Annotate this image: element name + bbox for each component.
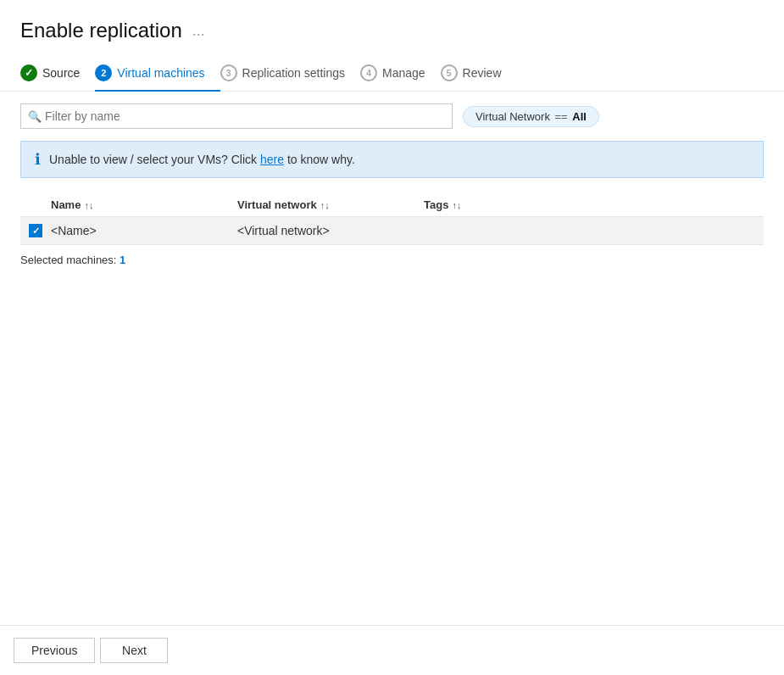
wizard-step-replication-settings[interactable]: 3 Replication settings — [220, 56, 360, 92]
step-5-label: Review — [463, 66, 502, 80]
page-header: Enable replication ... — [0, 0, 784, 56]
name-sort-icon: ↑↓ — [84, 200, 93, 210]
selected-machines-count: 1 — [120, 254, 125, 266]
header-name-col[interactable]: Name ↑↓ — [51, 198, 237, 211]
info-banner-text: Unable to view / select your VMs? Click … — [49, 153, 355, 166]
wizard-step-review[interactable]: 5 Review — [441, 56, 517, 92]
search-icon: 🔍 — [28, 110, 42, 123]
selected-machines-label: Selected machines: 1 — [0, 245, 784, 275]
row-vnet-cell: <Virtual network> — [237, 224, 424, 237]
row-name-cell: <Name> — [51, 224, 237, 237]
info-text-before: Unable to view / select your VMs? Click — [49, 153, 257, 166]
table-row[interactable]: <Name> <Virtual network> — [20, 217, 764, 245]
info-banner: ℹ Unable to view / select your VMs? Clic… — [20, 141, 764, 178]
vnet-badge-eq: == — [555, 110, 568, 123]
vnet-badge-value: All — [572, 110, 587, 123]
wizard-step-manage[interactable]: 4 Manage — [360, 56, 441, 92]
page-title-ellipsis: ... — [192, 22, 205, 40]
row-checkbox-cell[interactable] — [20, 224, 51, 237]
vnet-sort-icon: ↑↓ — [320, 200, 330, 210]
step-2-label: Virtual machines — [117, 66, 204, 80]
page-title: Enable replication — [20, 19, 182, 42]
wizard-step-source[interactable]: ✓ Source — [20, 56, 95, 92]
vm-table: Name ↑↓ Virtual network ↑↓ Tags ↑↓ <Name… — [0, 178, 784, 245]
step-1-label: Source — [42, 66, 80, 80]
filter-by-name-input[interactable] — [20, 103, 453, 129]
step-3-label: Replication settings — [242, 66, 345, 80]
step-1-circle: ✓ — [20, 64, 37, 81]
step-5-circle: 5 — [441, 64, 458, 81]
footer: Previous Next — [0, 625, 784, 675]
info-icon: ℹ — [35, 150, 41, 169]
wizard-step-virtual-machines[interactable]: 2 Virtual machines — [95, 56, 220, 92]
header-tags-col[interactable]: Tags ↑↓ — [424, 198, 576, 211]
step-3-circle: 3 — [220, 64, 237, 81]
filter-input-wrap: 🔍 — [20, 103, 453, 129]
step-4-circle: 4 — [360, 64, 377, 81]
info-link[interactable]: here — [260, 153, 284, 166]
wizard-nav: ✓ Source 2 Virtual machines 3 Replicatio… — [0, 56, 784, 92]
previous-button[interactable]: Previous — [14, 638, 95, 663]
info-text-after: to know why. — [287, 153, 355, 166]
virtual-network-filter-badge[interactable]: Virtual Network == All — [463, 106, 599, 127]
step-4-label: Manage — [382, 66, 425, 80]
tags-sort-icon: ↑↓ — [452, 200, 461, 210]
header-vnet-col[interactable]: Virtual network ↑↓ — [237, 198, 424, 211]
row-checkbox-checked[interactable] — [29, 224, 42, 237]
next-button[interactable]: Next — [100, 638, 168, 663]
toolbar: 🔍 Virtual Network == All — [0, 92, 784, 141]
table-header: Name ↑↓ Virtual network ↑↓ Tags ↑↓ — [20, 193, 764, 217]
vnet-badge-label: Virtual Network — [475, 110, 550, 123]
step-2-circle: 2 — [95, 64, 112, 81]
